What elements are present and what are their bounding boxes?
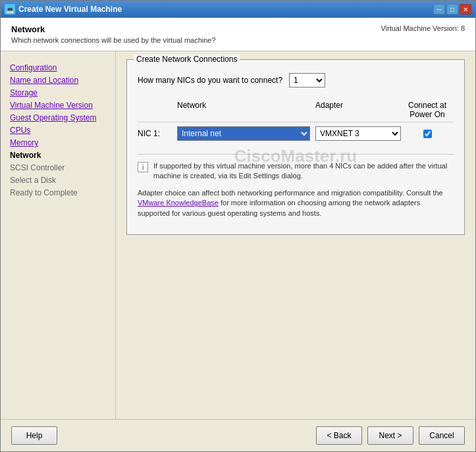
cancel-button[interactable]: Cancel xyxy=(419,426,465,445)
sidebar-item-vm-version[interactable]: Virtual Machine Version xyxy=(7,99,109,111)
col-header-network: Network xyxy=(177,101,315,119)
version-label: Virtual Machine Version: 8 xyxy=(381,24,465,32)
title-bar-left: 💻 Create New Virtual Machine xyxy=(5,4,122,14)
footer-right: < Back Next > Cancel xyxy=(316,426,465,445)
col-header-adapter: Adapter xyxy=(315,101,401,119)
minimize-button[interactable]: ─ xyxy=(433,4,445,14)
maximize-button[interactable]: □ xyxy=(446,4,458,14)
footer: Help < Back Next > Cancel xyxy=(1,419,475,451)
content-area: Configuration Name and Location Storage … xyxy=(1,51,475,419)
sidebar-item-ready: Ready to Complete xyxy=(7,187,109,199)
panel-container: Create Network Connections How many NICs… xyxy=(126,59,465,235)
sidebar-item-guest-os[interactable]: Guest Operating System xyxy=(7,112,109,124)
nic-count-label: How many NICs do you want to connect? xyxy=(138,76,282,85)
nic-1-row: NIC 1: Internal net VMXNET 3 E1000 Flexi… xyxy=(138,126,454,141)
panel-title: Create Network Connections xyxy=(134,55,240,64)
sidebar-item-scsi: SCSI Controller xyxy=(7,162,109,174)
next-button[interactable]: Next > xyxy=(367,426,413,445)
title-bar: 💻 Create New Virtual Machine ─ □ ✕ xyxy=(1,1,475,18)
back-button[interactable]: < Back xyxy=(316,426,362,445)
nic-1-connect-checkbox[interactable] xyxy=(423,130,432,138)
window-body: Network Which network connections will b… xyxy=(1,18,475,451)
network-panel: Create Network Connections How many NICs… xyxy=(126,59,465,235)
sidebar-item-configuration[interactable]: Configuration xyxy=(7,62,109,74)
nic-count-row: How many NICs do you want to connect? 1 … xyxy=(138,73,454,88)
info-text-1: If supported by this virtual machine ver… xyxy=(153,161,454,182)
nic-1-label: NIC 1: xyxy=(138,129,177,138)
info-row-2: Adapter choice can affect both networkin… xyxy=(138,188,454,218)
sidebar-item-disk: Select a Disk xyxy=(7,174,109,186)
info-text-2: Adapter choice can affect both networkin… xyxy=(138,188,454,218)
header-left: Network Which network connections will b… xyxy=(11,24,216,44)
connect-power-label2: Power On xyxy=(410,110,444,119)
sidebar-item-memory[interactable]: Memory xyxy=(7,137,109,149)
main-window: 💻 Create New Virtual Machine ─ □ ✕ Netwo… xyxy=(0,0,476,452)
sidebar-item-name-location[interactable]: Name and Location xyxy=(7,74,109,86)
info-row-1: i If supported by this virtual machine v… xyxy=(138,161,454,182)
info-section: i If supported by this virtual machine v… xyxy=(138,154,454,218)
info-note-text: If supported by this virtual machine ver… xyxy=(153,162,447,180)
info-icon-1: i xyxy=(138,162,148,172)
sidebar-item-storage[interactable]: Storage xyxy=(7,87,109,99)
header-section: Network Which network connections will b… xyxy=(1,18,475,51)
sidebar: Configuration Name and Location Storage … xyxy=(1,51,116,419)
window-title: Create New Virtual Machine xyxy=(18,5,122,14)
nic-1-connect-checkbox-cell xyxy=(401,130,454,138)
app-icon: 💻 xyxy=(5,4,15,14)
sidebar-item-cpus[interactable]: CPUs xyxy=(7,124,109,136)
adapter-note-prefix: Adapter choice can affect both networkin… xyxy=(138,189,443,197)
connect-power-label: Connect at xyxy=(408,101,446,110)
nic-1-network-select[interactable]: Internal net xyxy=(177,126,310,141)
help-button[interactable]: Help xyxy=(11,426,57,445)
nic-1-adapter-select[interactable]: VMXNET 3 E1000 Flexible VMXNET 2 xyxy=(315,126,401,141)
page-subtitle: Which network connections will be used b… xyxy=(11,36,216,44)
close-button[interactable]: ✕ xyxy=(460,4,471,14)
col-header-nic xyxy=(138,101,177,119)
vmware-knowledgebase-link[interactable]: VMware KnowledgeBase xyxy=(138,199,219,207)
sidebar-item-network: Network xyxy=(7,149,109,161)
title-bar-controls: ─ □ ✕ xyxy=(433,4,471,14)
main-content: Create Network Connections How many NICs… xyxy=(116,51,475,419)
page-title: Network xyxy=(11,24,216,34)
nic-count-select[interactable]: 1 2 3 4 xyxy=(289,73,325,88)
table-header: Network Adapter Connect at Power On xyxy=(138,98,454,122)
col-header-connect: Connect at Power On xyxy=(401,101,454,119)
